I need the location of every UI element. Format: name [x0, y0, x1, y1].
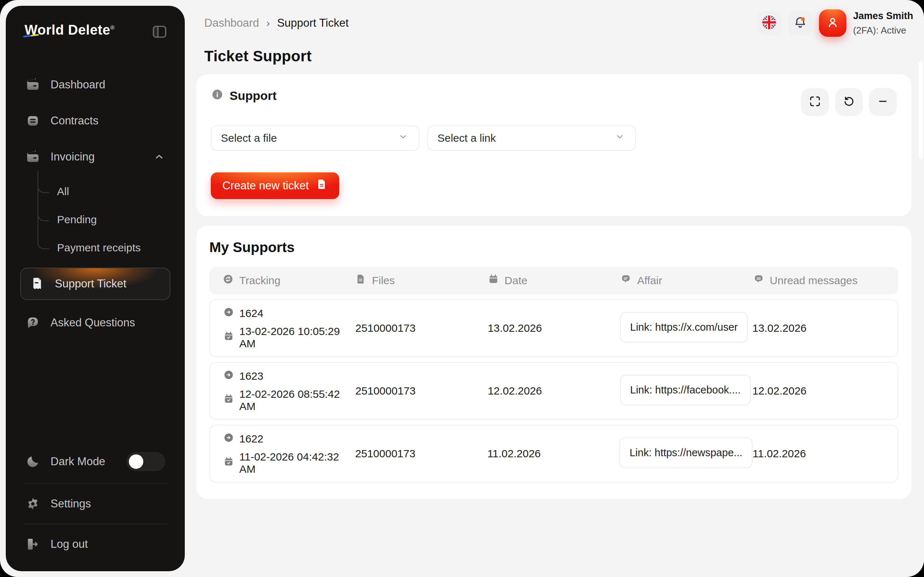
- arrow-circle-icon: [223, 369, 234, 383]
- create-ticket-label: Create new ticket: [222, 179, 309, 192]
- chevron-down-icon: [614, 131, 626, 145]
- create-ticket-button[interactable]: Create new ticket: [211, 172, 339, 199]
- sidebar-subitem-payment-receipts[interactable]: Payment receipts: [20, 234, 170, 262]
- chat-bubble-icon: [620, 273, 632, 287]
- table-row[interactable]: 1622 11-02-2026 04:42:32 AM 2510000173 1…: [209, 425, 898, 482]
- date-value: 12.02.2026: [488, 385, 620, 397]
- support-card: Support: [196, 74, 911, 216]
- files-value: 2510000173: [355, 448, 487, 460]
- gear-icon: [25, 496, 40, 511]
- sidebar-item-asked-questions[interactable]: Asked Questions: [20, 309, 170, 336]
- sidebar-collapse-icon[interactable]: [151, 23, 168, 40]
- affair-link-box[interactable]: Link: https://newspape...: [619, 437, 753, 468]
- wallet-icon: [25, 149, 40, 164]
- contract-card-icon: [25, 113, 40, 128]
- document-icon: [315, 178, 328, 193]
- sidebar-item-label: Asked Questions: [50, 316, 135, 329]
- tracking-date: 11-02-2026 04:42:32 AM: [223, 451, 355, 475]
- sidebar-item-label: Dashboard: [50, 78, 105, 91]
- expand-button[interactable]: [801, 88, 829, 116]
- topbar-actions: James Smith (2FA): Active: [757, 9, 913, 37]
- minus-icon: [876, 95, 889, 109]
- calendar-check-icon: [223, 331, 234, 344]
- sidebar-item-settings[interactable]: Settings: [20, 491, 170, 516]
- unread-value: 13.02.2026: [752, 322, 885, 334]
- select-link-dropdown[interactable]: Select a link: [427, 126, 636, 151]
- fullscreen-icon: [809, 95, 822, 109]
- logo-registered-mark: ®: [110, 24, 115, 31]
- tracking-id-value: 1623: [239, 370, 263, 382]
- files-value: 2510000173: [355, 322, 488, 334]
- sidebar-item-support-ticket[interactable]: Support Ticket: [20, 268, 170, 300]
- support-title-text: Support: [229, 89, 276, 103]
- settings-label: Settings: [50, 497, 91, 510]
- file-icon: [355, 273, 366, 287]
- user-2fa-status: (2FA): Active: [853, 23, 913, 37]
- app-logo: World Delete®: [24, 23, 115, 38]
- dark-mode-row: Dark Mode: [20, 447, 170, 476]
- uk-flag-icon: [762, 15, 776, 31]
- language-button[interactable]: [757, 11, 782, 35]
- toggle-knob: [129, 455, 143, 469]
- sidebar-item-contracts[interactable]: Contracts: [20, 108, 170, 134]
- select-file-dropdown[interactable]: Select a file: [211, 126, 419, 151]
- unread-value: 12.02.2026: [752, 385, 885, 397]
- sidebar-item-invoicing[interactable]: Invoicing: [20, 143, 170, 170]
- breadcrumb: Dashboard › Support Ticket: [204, 16, 349, 29]
- sidebar-item-logout[interactable]: Log out: [20, 532, 170, 557]
- receipt-icon: [30, 276, 45, 292]
- tracking-date: 12-02-2026 08:55:42 AM: [223, 388, 355, 413]
- affair-link-box[interactable]: Link: https://facebook....: [620, 375, 751, 405]
- user-name: James Smith: [853, 9, 913, 23]
- topbar: Dashboard › Support Ticket: [196, 0, 924, 37]
- card-controls: [801, 88, 897, 116]
- affair-link-box[interactable]: Link: https://x.com/user: [620, 312, 748, 343]
- column-files: Files: [355, 273, 487, 287]
- invoicing-subitems: All Pending Payment receipts: [20, 177, 170, 262]
- minimize-button[interactable]: [869, 88, 897, 116]
- column-label: Files: [372, 274, 394, 287]
- table-row[interactable]: 1623 12-02-2026 08:55:42 AM 2510000173 1…: [209, 362, 898, 420]
- arrow-circle-icon: [223, 306, 234, 320]
- chevron-down-icon: [397, 131, 409, 145]
- table-header: Tracking Files Date: [209, 267, 898, 294]
- main-content: Dashboard › Support Ticket: [196, 0, 924, 577]
- calendar-icon: [488, 273, 499, 287]
- column-label: Date: [505, 274, 527, 287]
- dark-mode-label: Dark Mode: [50, 455, 105, 468]
- breadcrumb-separator-icon: ›: [267, 17, 270, 29]
- sidebar-nav: Dashboard Contracts Invoicing All Pe: [20, 71, 170, 336]
- breadcrumb-dashboard[interactable]: Dashboard: [204, 16, 259, 29]
- unread-value: 11.02.2026: [753, 448, 885, 460]
- app-window: World Delete® Dashboard Contracts: [0, 0, 924, 577]
- calendar-check-icon: [223, 393, 234, 407]
- moon-icon: [25, 454, 40, 469]
- dark-mode-toggle[interactable]: [126, 452, 165, 471]
- date-value: 11.02.2026: [487, 448, 619, 460]
- question-bubble-icon: [25, 315, 40, 330]
- column-unread-messages: Unread messages: [753, 273, 885, 287]
- scrollbar-thumb[interactable]: [919, 61, 923, 159]
- files-value: 2510000173: [355, 385, 488, 397]
- notifications-button[interactable]: [788, 11, 813, 35]
- column-label: Tracking: [239, 274, 281, 287]
- select-link-value: Select a link: [438, 132, 496, 144]
- my-supports-title: My Supports: [209, 239, 898, 255]
- divider: [23, 483, 168, 484]
- column-label: Unread messages: [770, 274, 858, 287]
- sidebar-footer: Dark Mode Settings Log out: [20, 447, 170, 557]
- logout-icon: [25, 537, 40, 552]
- tracking-date-value: 11-02-2026 04:42:32 AM: [239, 451, 355, 475]
- chevron-up-icon[interactable]: [153, 151, 165, 163]
- user-avatar[interactable]: [819, 10, 846, 37]
- sidebar-item-label: Invoicing: [50, 150, 95, 163]
- table-row[interactable]: 1624 13-02-2026 10:05:29 AM 2510000173 1…: [209, 299, 898, 357]
- sidebar-item-dashboard[interactable]: Dashboard: [20, 71, 170, 98]
- tracking-id: 1623: [223, 369, 355, 383]
- refresh-button[interactable]: [835, 88, 863, 116]
- tracking-id-value: 1624: [239, 307, 263, 319]
- calendar-check-icon: [223, 456, 234, 470]
- column-date: Date: [488, 273, 620, 287]
- tracking-date: 13-02-2026 10:05:29 AM: [223, 325, 355, 350]
- message-bubble-icon: [753, 273, 764, 287]
